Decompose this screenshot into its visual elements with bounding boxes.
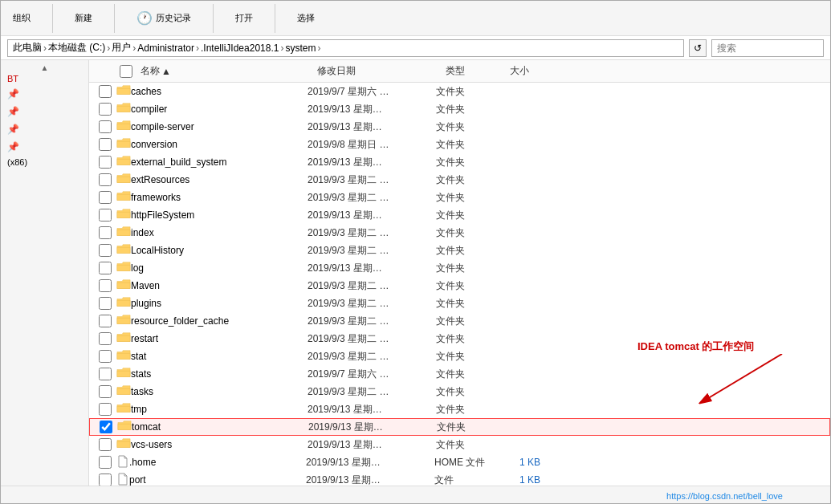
file-type: 文件 bbox=[434, 474, 499, 486]
file-icon bbox=[116, 190, 131, 205]
table-row[interactable]: index 2019/9/3 星期二 … 文件夹 bbox=[89, 224, 830, 242]
table-row[interactable]: restart 2019/9/3 星期二 … 文件夹 bbox=[89, 330, 830, 348]
table-row[interactable]: .home 2019/9/13 星期… HOME 文件 1 KB bbox=[89, 453, 830, 471]
table-row[interactable]: plugins 2019/9/3 星期二 … 文件夹 bbox=[89, 295, 830, 312]
table-row[interactable]: log 2019/9/13 星期… 文件夹 bbox=[89, 259, 830, 277]
sidebar-x86-label: (x86) bbox=[7, 157, 27, 167]
row-checkbox[interactable] bbox=[99, 209, 112, 222]
row-checkbox[interactable] bbox=[99, 315, 112, 327]
file-name: port bbox=[129, 474, 306, 486]
path-administrator: Administrator bbox=[137, 43, 194, 54]
row-checkbox[interactable] bbox=[99, 226, 112, 239]
row-checkbox[interactable] bbox=[99, 191, 112, 204]
row-checkbox[interactable] bbox=[99, 456, 112, 469]
file-type: 文件夹 bbox=[436, 368, 500, 381]
search-input[interactable] bbox=[711, 39, 824, 57]
row-checkbox[interactable] bbox=[99, 244, 112, 257]
col-header-size[interactable]: 大小 bbox=[507, 63, 555, 79]
col-header-date[interactable]: 修改日期 bbox=[314, 63, 442, 79]
file-name: vcs-users bbox=[131, 439, 308, 450]
col-header-name[interactable]: 名称 ▲ bbox=[137, 63, 314, 79]
file-type: 文件夹 bbox=[436, 350, 500, 364]
file-name: tasks bbox=[131, 386, 308, 397]
col-header-type[interactable]: 类型 bbox=[442, 63, 507, 79]
row-checkbox[interactable] bbox=[100, 421, 112, 433]
row-checkbox[interactable] bbox=[99, 279, 112, 292]
row-checkbox[interactable] bbox=[99, 173, 112, 186]
table-row[interactable]: compiler 2019/9/13 星期… 文件夹 bbox=[89, 100, 830, 118]
row-checkbox[interactable] bbox=[99, 332, 112, 345]
table-row[interactable]: external_build_system 2019/9/13 星期… 文件夹 bbox=[89, 153, 830, 171]
sidebar-bt[interactable]: BT bbox=[1, 72, 88, 85]
file-icon bbox=[116, 296, 131, 311]
table-row[interactable]: resource_folder_cache 2019/9/3 星期二 … 文件夹 bbox=[89, 312, 830, 330]
row-checkbox[interactable] bbox=[99, 138, 112, 151]
table-row[interactable]: Maven 2019/9/3 星期二 … 文件夹 bbox=[89, 277, 830, 295]
file-type: 文件夹 bbox=[436, 191, 500, 205]
table-row[interactable]: port 2019/9/13 星期… 文件 1 KB bbox=[89, 471, 830, 486]
file-name: httpFileSystem bbox=[131, 209, 308, 221]
table-row[interactable]: conversion 2019/9/8 星期日 … 文件夹 bbox=[89, 136, 830, 153]
refresh-button[interactable]: ↺ bbox=[689, 39, 707, 57]
select-button[interactable]: 选择 bbox=[291, 10, 320, 26]
table-row[interactable]: stats 2019/9/7 星期六 … 文件夹 bbox=[89, 365, 830, 383]
row-checkbox[interactable] bbox=[99, 403, 112, 416]
organize-label: 组织 bbox=[13, 12, 31, 24]
table-row[interactable]: caches 2019/9/7 星期六 … 文件夹 bbox=[89, 83, 830, 100]
file-type: 文件夹 bbox=[436, 85, 500, 99]
file-list: caches 2019/9/7 星期六 … 文件夹 compiler 2019/… bbox=[89, 83, 830, 486]
file-date: 2019/9/13 星期… bbox=[308, 120, 436, 134]
pin-icon-1: 📌 bbox=[7, 88, 19, 100]
row-checkbox[interactable] bbox=[99, 156, 112, 169]
file-date: 2019/9/3 星期二 … bbox=[308, 173, 436, 187]
file-date: 2019/9/3 星期二 … bbox=[308, 315, 436, 328]
row-checkbox[interactable] bbox=[99, 385, 112, 398]
row-checkbox[interactable] bbox=[99, 120, 112, 133]
row-checkbox[interactable] bbox=[99, 474, 112, 486]
file-type: 文件夹 bbox=[436, 332, 500, 346]
table-row[interactable]: frameworks 2019/9/3 星期二 … 文件夹 bbox=[89, 189, 830, 206]
table-row[interactable]: tasks 2019/9/3 星期二 … 文件夹 bbox=[89, 383, 830, 400]
file-name: Maven bbox=[131, 280, 308, 291]
file-icon bbox=[116, 261, 131, 276]
file-date: 2019/9/13 星期… bbox=[308, 438, 436, 452]
row-checkbox[interactable] bbox=[99, 262, 112, 274]
file-type: 文件夹 bbox=[437, 421, 501, 434]
organize-button[interactable]: 组织 bbox=[7, 10, 36, 26]
file-name: .home bbox=[129, 457, 306, 468]
table-row[interactable]: LocalHistory 2019/9/3 星期二 … 文件夹 bbox=[89, 242, 830, 259]
select-all-checkbox[interactable] bbox=[120, 65, 132, 78]
file-type: 文件夹 bbox=[436, 297, 500, 311]
address-path[interactable]: 此电脑 › 本地磁盘 (C:) › 用户 › Administrator › .… bbox=[7, 39, 684, 57]
file-type: HOME 文件 bbox=[434, 456, 499, 469]
file-date: 2019/9/3 星期二 … bbox=[308, 350, 436, 364]
table-row[interactable]: compile-server 2019/9/13 星期… 文件夹 bbox=[89, 118, 830, 136]
file-name: caches bbox=[131, 86, 308, 97]
file-type: 文件夹 bbox=[436, 173, 500, 187]
row-checkbox[interactable] bbox=[99, 438, 112, 451]
file-date: 2019/9/3 星期二 … bbox=[308, 297, 436, 311]
row-checkbox[interactable] bbox=[99, 368, 112, 380]
table-row[interactable]: tomcat 2019/9/13 星期… 文件夹 bbox=[89, 418, 830, 436]
row-checkbox[interactable] bbox=[99, 297, 112, 310]
pin-icon-4: 📌 bbox=[7, 141, 19, 152]
history-button[interactable]: 🕐 历史记录 bbox=[131, 8, 197, 28]
toolbar-separator-4 bbox=[275, 4, 275, 33]
table-row[interactable]: tmp 2019/9/13 星期… 文件夹 bbox=[89, 400, 830, 418]
sidebar-x86[interactable]: (x86) bbox=[1, 156, 88, 169]
file-icon bbox=[116, 173, 131, 188]
open-button[interactable]: 打开 bbox=[230, 10, 259, 26]
file-date: 2019/9/3 星期二 … bbox=[308, 279, 436, 293]
table-row[interactable]: extResources 2019/9/3 星期二 … 文件夹 bbox=[89, 171, 830, 189]
table-row[interactable]: vcs-users 2019/9/13 星期… 文件夹 bbox=[89, 436, 830, 453]
file-date: 2019/9/3 星期二 … bbox=[308, 191, 436, 205]
file-type: 文件夹 bbox=[436, 262, 500, 275]
table-row[interactable]: stat 2019/9/3 星期二 … 文件夹 bbox=[89, 348, 830, 365]
scroll-up[interactable]: ▲ bbox=[1, 63, 88, 72]
new-button[interactable]: 新建 bbox=[69, 10, 98, 26]
file-name: LocalHistory bbox=[131, 245, 308, 256]
table-row[interactable]: httpFileSystem 2019/9/13 星期… 文件夹 bbox=[89, 206, 830, 224]
row-checkbox[interactable] bbox=[99, 85, 112, 98]
row-checkbox[interactable] bbox=[99, 350, 112, 363]
row-checkbox[interactable] bbox=[99, 103, 112, 116]
